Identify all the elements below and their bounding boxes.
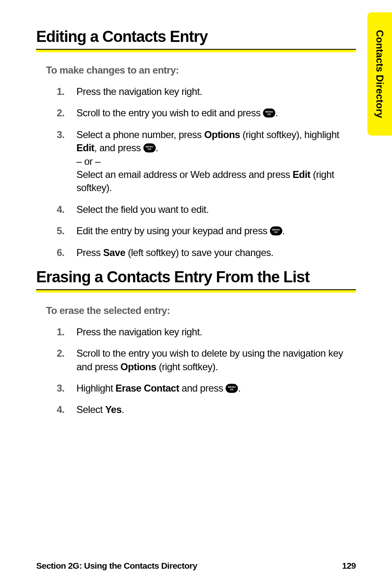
step-text: Select [76, 404, 105, 415]
menu-ok-icon: MENUOK [226, 384, 238, 393]
heading-erasing: Erasing a Contacts Entry From the List [36, 268, 356, 286]
list-item: 3. Select a phone number, press Options … [57, 128, 348, 195]
step-number: 2. [57, 106, 65, 120]
step-number: 6. [57, 246, 65, 259]
step-number: 4. [57, 403, 65, 416]
options-label: Options [204, 129, 240, 140]
footer-page-number: 129 [342, 561, 356, 571]
list-item: 2. Scroll to the entry you wish to delet… [57, 347, 348, 374]
step-text: . [156, 142, 158, 153]
heading-underline [36, 289, 356, 293]
step-number: 5. [57, 224, 65, 238]
menu-ok-icon: MENUOK [270, 226, 282, 235]
options-label: Options [120, 361, 156, 372]
erase-contact-label: Erase Contact [115, 383, 179, 394]
yes-label: Yes [105, 404, 122, 415]
page-footer: Section 2G: Using the Contacts Directory… [36, 561, 356, 571]
list-item: 5. Edit the entry by using your keypad a… [57, 224, 348, 238]
step-text: (right softkey), highlight [240, 129, 339, 140]
step-text: Select an email address or Web address a… [76, 169, 293, 180]
erase-steps-list: 1. Press the navigation key right. 2. Sc… [57, 325, 348, 417]
list-item: 4. Select Yes. [57, 403, 348, 416]
step-text: Press the navigation key right. [76, 86, 202, 97]
menu-ok-icon: MENUOK [263, 108, 275, 118]
step-text: Select the field you want to edit. [76, 204, 209, 215]
step-text: Press the navigation key right. [76, 326, 202, 337]
step-text: Select a phone number, press [76, 129, 204, 140]
list-item: 3. Highlight Erase Contact and press MEN… [57, 382, 348, 395]
step-text: . [122, 404, 124, 415]
step-text: . [238, 383, 240, 394]
step-text: Highlight [76, 383, 115, 394]
step-text: (right softkey). [156, 361, 218, 372]
edit-steps-list: 1. Press the navigation key right. 2. Sc… [57, 85, 348, 259]
step-text: , and press [94, 142, 143, 153]
step-number: 3. [57, 382, 65, 395]
list-item: 1. Press the navigation key right. [57, 325, 348, 339]
list-item: 4. Select the field you want to edit. [57, 203, 348, 216]
page-content: Editing a Contacts Entry To make changes… [0, 0, 392, 588]
heading-underline [36, 49, 356, 52]
step-number: 1. [57, 325, 65, 339]
save-label: Save [103, 247, 125, 258]
step-number: 3. [57, 128, 65, 141]
list-item: 6. Press Save (left softkey) to save you… [57, 246, 348, 259]
footer-section: Section 2G: Using the Contacts Directory [36, 561, 197, 571]
step-text: (left softkey) to save your changes. [125, 247, 273, 258]
lead-edit: To make changes to an entry: [46, 65, 356, 76]
step-text: . [282, 225, 285, 236]
step-number: 4. [57, 203, 65, 216]
edit-label: Edit [293, 169, 310, 180]
step-text: Press [76, 247, 103, 258]
list-item: 2. Scroll to the entry you wish to edit … [57, 106, 348, 120]
step-number: 2. [57, 347, 65, 360]
step-text: Scroll to the entry you wish to edit and… [76, 107, 263, 118]
edit-label: Edit [76, 142, 94, 153]
lead-erase: To erase the selected entry: [46, 305, 356, 316]
step-number: 1. [57, 85, 65, 98]
step-text: Edit the entry by using your keypad and … [76, 225, 270, 236]
list-item: 1. Press the navigation key right. [57, 85, 348, 98]
menu-ok-icon: MENUOK [143, 143, 156, 152]
or-separator: – or – [76, 156, 100, 167]
step-text: . [275, 107, 278, 118]
step-text: and press [179, 383, 226, 394]
heading-editing: Editing a Contacts Entry [36, 28, 356, 46]
